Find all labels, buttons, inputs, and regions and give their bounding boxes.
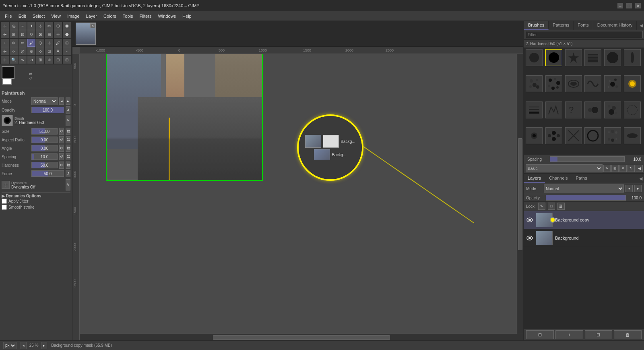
tool-extra1[interactable]: ⊞: [36, 56, 44, 64]
brush-cell-8[interactable]: [545, 75, 562, 92]
brush-edit[interactable]: ✎: [66, 115, 70, 126]
brush-preview[interactable]: [2, 115, 13, 126]
menu-image[interactable]: Image: [64, 13, 83, 19]
tool-blur[interactable]: ◎: [19, 47, 27, 55]
tool-extra4[interactable]: ⊞: [63, 56, 71, 64]
menu-edit[interactable]: Edit: [15, 13, 29, 19]
tool-align[interactable]: ⊞: [10, 30, 18, 38]
tab-document-history[interactable]: Document History: [593, 21, 637, 30]
tool-rectangle-select[interactable]: ⊹: [1, 22, 9, 30]
brush-cell-18[interactable]: [624, 101, 641, 118]
tool-heal[interactable]: ✛: [1, 47, 9, 55]
dynamics-edit[interactable]: ✎: [66, 179, 70, 191]
panel-collapse-btn[interactable]: ◀: [638, 21, 644, 30]
layer-item-background[interactable]: Background: [524, 229, 644, 247]
brush-preset-select[interactable]: Basic: [526, 164, 603, 172]
layer-eye-background[interactable]: [526, 234, 533, 242]
brush-cell-23[interactable]: [604, 127, 621, 144]
tab-layers[interactable]: Layers: [524, 174, 545, 183]
mode-spin-next[interactable]: ▸: [66, 97, 70, 105]
brush-tool-menu[interactable]: ◀: [636, 165, 643, 172]
brush-cell-24[interactable]: [624, 127, 641, 144]
brush-cell-12[interactable]: [624, 75, 641, 92]
tool-rotate[interactable]: ↻: [27, 30, 35, 38]
minimize-button[interactable]: –: [617, 3, 623, 8]
brush-cell-17[interactable]: [604, 101, 621, 118]
aspect-reset[interactable]: ↺: [59, 136, 64, 143]
lock-pixels-btn[interactable]: ✎: [538, 203, 545, 210]
brush-tool-duplicate[interactable]: ⊞: [611, 165, 619, 172]
vscroll-thumb[interactable]: [518, 138, 522, 250]
tab-brushes[interactable]: Brushes: [524, 21, 549, 30]
canvas-viewport[interactable]: -1000 -500 0 500 1000 1500 2000 2500 -50…: [72, 47, 523, 340]
tool-select-by-color[interactable]: ⊹: [36, 22, 44, 30]
brush-cell-10[interactable]: [584, 75, 601, 92]
brush-cell-1[interactable]: [526, 49, 543, 66]
tool-crop[interactable]: ⊡: [19, 30, 27, 38]
opacity-slider[interactable]: 100.0: [31, 107, 64, 113]
brush-cell-21[interactable]: [565, 127, 582, 144]
tool-extra3[interactable]: ⊟: [54, 56, 62, 64]
brush-cell-20[interactable]: [545, 127, 562, 144]
size-slider[interactable]: 51.00: [31, 128, 58, 135]
spacing-reset[interactable]: ↺: [59, 153, 64, 160]
aspect-chain[interactable]: ⛓: [66, 136, 70, 143]
lock-alpha-btn[interactable]: □: [548, 203, 555, 210]
menu-layer[interactable]: Layer: [83, 13, 101, 19]
brush-tool-edit[interactable]: ✎: [603, 165, 611, 172]
tool-dodge-burn[interactable]: ⊡: [45, 47, 53, 55]
brush-cell-9[interactable]: [565, 75, 582, 92]
tool-3d-transform[interactable]: ⊿: [27, 56, 35, 64]
tool-ellipse-select[interactable]: ◎: [10, 22, 18, 30]
zoom-out-btn[interactable]: ◂: [21, 342, 27, 349]
angle-reset[interactable]: ↺: [59, 145, 64, 152]
tool-scale[interactable]: ⊠: [36, 30, 44, 38]
tool-smudge[interactable]: ⊹: [36, 47, 44, 55]
spacing-chain[interactable]: ⛓: [66, 153, 70, 160]
layers-mode-select[interactable]: Normal: [544, 184, 624, 193]
force-slider[interactable]: 50.0: [31, 170, 64, 177]
brush-cell-4[interactable]: [584, 49, 601, 66]
lock-position-btn[interactable]: ⛓: [557, 203, 565, 210]
hardness-chain[interactable]: ⛓: [66, 162, 70, 169]
image-nav-thumbnail[interactable]: ✕: [76, 23, 96, 45]
menu-view[interactable]: View: [48, 13, 64, 19]
brush-cell-7[interactable]: [526, 75, 543, 92]
brush-cell-15[interactable]: ?: [565, 101, 582, 118]
brush-cell-22[interactable]: [584, 127, 601, 144]
foreground-color-swatch[interactable]: [2, 66, 14, 79]
opacity-reset[interactable]: ↺: [66, 106, 70, 114]
tab-channels[interactable]: Channels: [545, 174, 572, 183]
tab-paths[interactable]: Paths: [572, 174, 591, 183]
layer-eye-background-copy[interactable]: [526, 216, 533, 224]
tab-patterns[interactable]: Patterns: [549, 21, 574, 30]
tool-scissors[interactable]: ✂: [45, 22, 53, 30]
brush-tool-delete[interactable]: ✕: [619, 165, 627, 172]
brush-cell-14[interactable]: [545, 101, 562, 118]
mode-spin-prev[interactable]: ◂: [59, 97, 64, 105]
layers-mode-prev[interactable]: ◂: [625, 185, 633, 192]
tool-fuzzy-select[interactable]: ✦: [27, 22, 35, 30]
new-layer-group-btn[interactable]: ⊞: [526, 330, 554, 339]
size-reset[interactable]: ↺: [59, 128, 64, 135]
hscroll-thumb[interactable]: [213, 335, 390, 340]
dynamics-options-toggle[interactable]: ▶: [2, 194, 5, 198]
canvas-content[interactable]: Backg... Backg...: [80, 54, 523, 340]
angle-chain[interactable]: ⛓: [66, 145, 70, 152]
aspect-ratio-slider[interactable]: 0.00: [31, 137, 58, 143]
brush-tool-refresh[interactable]: ↻: [627, 165, 635, 172]
layer-item-background-copy[interactable]: Background copy: [524, 211, 644, 229]
tool-extra2[interactable]: ⊕: [45, 56, 53, 64]
tool-flip[interactable]: ⬣: [63, 30, 71, 38]
layers-opacity-slider[interactable]: [546, 195, 626, 201]
brush-cell-13[interactable]: [526, 101, 543, 118]
tool-blend[interactable]: ⊕: [10, 39, 18, 47]
tool-perspective-clone[interactable]: ⊹: [10, 47, 18, 55]
swap-colors-hint[interactable]: ⇌: [29, 72, 32, 76]
unit-select[interactable]: px: [3, 342, 17, 349]
menu-windows[interactable]: Windows: [155, 13, 179, 19]
tool-ink[interactable]: 🖊: [54, 39, 62, 47]
horizontal-scrollbar[interactable]: [80, 334, 523, 340]
brush-cell-19[interactable]: [526, 127, 543, 144]
tool-warp-transform[interactable]: ∿: [19, 56, 27, 64]
